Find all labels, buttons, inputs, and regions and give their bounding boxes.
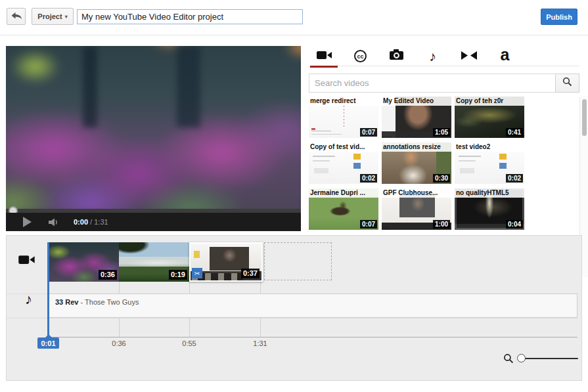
timeline-clip-2[interactable]: 0:19 — [119, 242, 189, 282]
library-video-item[interactable]: test video2 0:02 — [455, 142, 524, 184]
search-button[interactable] — [555, 74, 579, 93]
library-tabs: cc ♪ a — [309, 46, 579, 66]
video-title: Copy of test vid... — [309, 142, 378, 152]
back-button[interactable] — [7, 8, 26, 25]
library-video-item[interactable]: Copy of test vid... 0:02 — [309, 142, 378, 184]
text-tool-icon: a — [501, 47, 510, 63]
clip-duration-badge: 0:19 — [169, 270, 187, 280]
music-note-icon: ♪ — [429, 49, 436, 63]
total-duration: 1:31 — [94, 218, 108, 226]
project-name-input[interactable] — [77, 9, 303, 24]
video-duration-badge: 0:02 — [506, 174, 523, 183]
preview-video-image-overlay — [6, 46, 301, 127]
current-time: 0:00 — [74, 218, 88, 226]
creative-commons-icon: cc — [354, 50, 367, 62]
video-duration-badge: 0:02 — [360, 174, 377, 183]
search-icon — [562, 77, 572, 89]
play-button[interactable] — [23, 217, 32, 227]
youtube-video-editor: Project ▾ Publish 0:00 / 1:31 — [0, 0, 588, 392]
library-video-item[interactable]: no qualityHTML5 0:04 — [455, 188, 524, 230]
clip-duration-badge: 0:36 — [99, 270, 117, 280]
video-title: merge redirect — [309, 97, 378, 106]
tab-text[interactable]: a — [489, 46, 520, 66]
search-row — [309, 74, 579, 93]
tab-creative-commons[interactable]: cc — [345, 46, 376, 66]
video-duration-badge: 0:30 — [433, 174, 450, 183]
tab-videos[interactable] — [309, 46, 340, 66]
tab-transitions[interactable] — [453, 46, 484, 66]
project-menu-button[interactable]: Project ▾ — [32, 8, 74, 25]
transition-icon — [461, 51, 477, 62]
back-arrow-icon — [11, 11, 22, 22]
library-video-item[interactable]: GPF Clubhouse... 1:00 — [382, 188, 451, 230]
player-controls: 0:00 / 1:31 — [6, 213, 301, 231]
audio-artist: 33 Rev — [55, 298, 78, 306]
video-title: annotations resize — [382, 142, 451, 152]
chevron-down-icon: ▾ — [65, 14, 68, 20]
playhead-time-badge[interactable]: 0:01 — [37, 338, 59, 349]
library-video-item[interactable]: Copy of teh z0r 0:41 — [455, 97, 524, 138]
tab-audio[interactable]: ♪ — [417, 46, 448, 66]
preview-frame — [6, 46, 301, 209]
publish-button[interactable]: Publish — [541, 9, 577, 25]
timeline-clip-3[interactable]: ✂ 0:37 — [189, 242, 263, 282]
photo-camera-icon — [390, 49, 404, 63]
playhead-line[interactable] — [47, 242, 49, 338]
time-display: 0:00 / 1:31 — [74, 218, 108, 226]
audio-track-clip[interactable]: 33 Rev - Those Two Guys — [49, 294, 577, 318]
video-duration-badge: 0:04 — [506, 220, 523, 229]
video-title: Copy of teh z0r — [455, 97, 524, 106]
video-duration-badge: 0:07 — [360, 220, 377, 229]
ruler-label: 1:31 — [246, 339, 275, 347]
video-camera-icon — [317, 50, 332, 63]
timeline-clip-1[interactable]: 0:36 — [49, 242, 119, 282]
library-video-item[interactable]: My Edited Video 1:05 — [382, 97, 451, 138]
video-title: no qualityHTML5 — [455, 188, 524, 198]
volume-icon[interactable] — [49, 218, 59, 227]
timeline-panel: ♪ 0:36 0:19 ✂ 0:37 33 Rev - Those Two Gu… — [6, 235, 582, 381]
video-duration-badge: 1:00 — [433, 220, 450, 229]
video-title: GPF Clubhouse... — [382, 188, 451, 198]
project-menu-label: Project — [37, 12, 62, 20]
library-video-item[interactable]: merge redirect 0:07 — [309, 97, 378, 138]
video-preview-player: 0:00 / 1:31 — [6, 46, 301, 231]
video-title: test video2 — [455, 142, 524, 152]
zoom-icon — [503, 353, 514, 366]
video-duration-badge: 1:05 — [433, 128, 450, 137]
scrollbar-thumb[interactable] — [582, 99, 587, 136]
time-separator: / — [88, 218, 94, 226]
library-video-item[interactable]: annotations resize 0:30 — [382, 142, 451, 184]
audio-title: - Those Two Guys — [78, 298, 139, 306]
ruler-baseline — [49, 337, 577, 338]
video-duration-badge: 0:07 — [360, 128, 377, 137]
timeline-zoom-handle[interactable] — [517, 354, 526, 362]
tab-photos[interactable] — [381, 46, 412, 66]
scissors-icon[interactable]: ✂ — [192, 268, 202, 278]
audio-clip-label: 33 Rev - Those Two Guys — [55, 298, 139, 306]
video-duration-badge: 0:41 — [506, 128, 523, 137]
video-title: My Edited Video — [382, 97, 451, 106]
clip-drop-zone[interactable] — [264, 242, 332, 280]
ruler-label: 0:55 — [175, 339, 204, 347]
media-library-panel: cc ♪ a — [309, 46, 587, 231]
top-toolbar: Project ▾ Publish — [0, 0, 588, 35]
clip-duration-badge: 0:37 — [241, 269, 260, 278]
video-title: Jermaine Dupri ... — [309, 188, 378, 198]
video-track-icon — [18, 254, 35, 268]
library-video-item[interactable]: Jermaine Dupri ... 0:07 — [309, 188, 378, 230]
timeline-zoom-slider[interactable] — [522, 358, 578, 359]
ruler-label: 0:36 — [104, 339, 133, 347]
track-separator — [7, 318, 577, 318]
search-input[interactable] — [309, 74, 555, 93]
